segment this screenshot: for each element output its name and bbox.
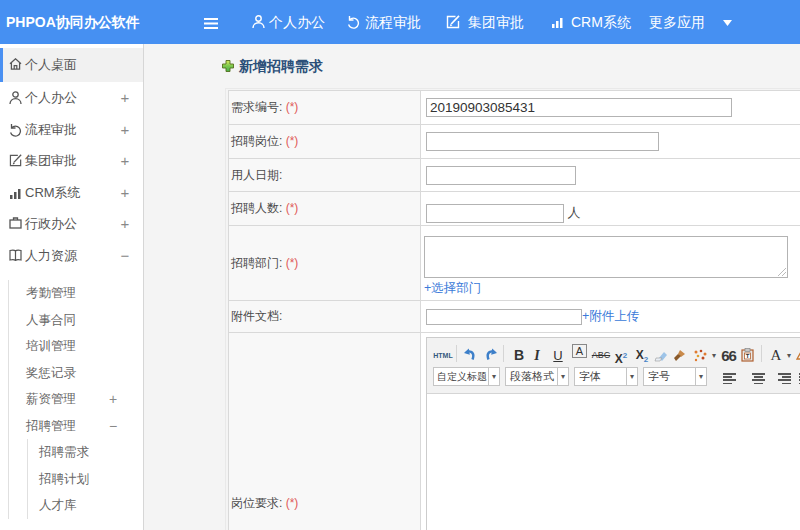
svg-text:T: T [746,353,750,359]
